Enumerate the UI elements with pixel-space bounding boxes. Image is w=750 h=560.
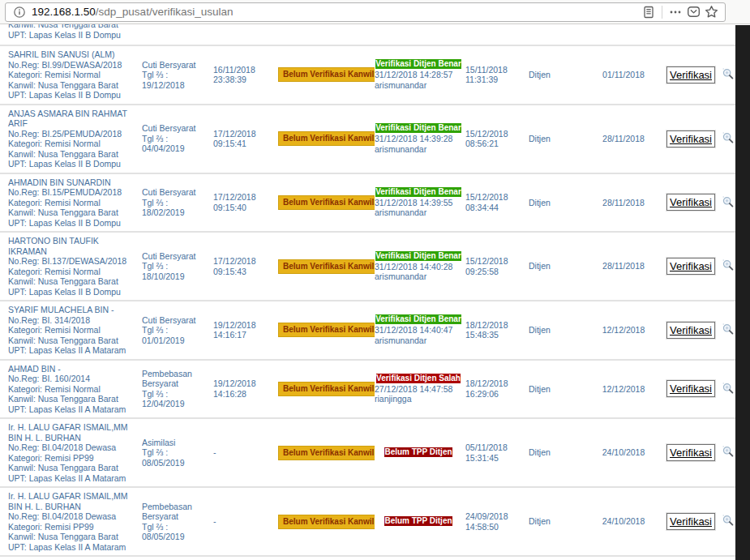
- inmate-noreg: No.Reg: BI.04/2018 Dewasa: [8, 511, 139, 522]
- inmate-kanwil: Kanwil: Nusa Tenggara Barat: [8, 532, 139, 542]
- verifikasi-button[interactable]: Verifikasi: [666, 130, 715, 147]
- tgl-dua-pertiga-date: 19/12/2018: [142, 80, 210, 91]
- tpp-date: 12/12/2018: [585, 360, 665, 419]
- tpp-date: 28/11/2018: [585, 173, 665, 233]
- level-label: Ditjen: [529, 105, 585, 173]
- preview-magnifier-icon[interactable]: [722, 514, 735, 529]
- site-info-icon[interactable]: [11, 3, 28, 21]
- tgl-dua-pertiga-date: 12/04/2019: [142, 399, 210, 409]
- inmate-noreg: No.Reg: BI.137/DEWASA/2018: [8, 256, 139, 267]
- preview-magnifier-icon[interactable]: [722, 67, 735, 83]
- tgl-dua-pertiga-date: 01/01/2019: [142, 336, 210, 346]
- inmate-name: AHMADIN BIN SUNARDIN: [8, 177, 139, 188]
- program-name: Asimilasi: [142, 438, 210, 448]
- inmate-name: Ir. H. LALU GAFAR ISMAIL,MM BIN H. L. BU…: [8, 491, 139, 511]
- inmate-kanwil: Kanwil: Nusa Tenggara Barat: [8, 276, 139, 287]
- inmate-name: ANJAS ASMARA BIN RAHMAT ARIF: [8, 109, 139, 129]
- program-name: Cuti Bersyarat: [142, 251, 210, 262]
- verifikasi-button[interactable]: Verifikasi: [666, 322, 715, 339]
- inmate-noreg: No.Reg: BI. 314/2018: [8, 315, 139, 326]
- table-row: HARTONO BIN TAUFIK IKRAMAN No.Reg: BI.13…: [0, 232, 735, 301]
- bookmark-star-icon[interactable]: [702, 3, 720, 21]
- ditjen-status-badge: Belum TPP Ditjen: [384, 516, 452, 526]
- preview-magnifier-icon[interactable]: [722, 259, 735, 274]
- inmate-upt: UPT: Lapas Kelas II B Dompu: [8, 30, 735, 41]
- tgl-dua-pertiga-date: 08/05/2019: [142, 458, 210, 468]
- kanwil-verify-time: 08:56:21: [465, 139, 525, 149]
- ditjen-verify-user: arismunandar: [375, 271, 462, 282]
- kanwil-verify-date: 15/11/2018: [465, 65, 525, 75]
- inmate-noreg: No.Reg: BI.15/PEMUDA/2018: [8, 187, 139, 198]
- ditjen-verify-user: arismunandar: [375, 336, 462, 346]
- preview-magnifier-icon[interactable]: [722, 131, 735, 147]
- tgl-dua-pertiga-date: 18/10/2019: [142, 271, 210, 282]
- kanwil-status-badge: Belum Verifikasi Kanwil: [278, 195, 375, 210]
- verifikasi-button[interactable]: Verifikasi: [666, 513, 715, 530]
- ditjen-verify-datetime: 31/12/2018 14:28:57: [375, 70, 462, 80]
- usulan-date: 16/11/2018: [213, 65, 275, 75]
- verifikasi-button[interactable]: Verifikasi: [666, 380, 715, 397]
- usulan-date: 19/12/2018: [213, 320, 275, 331]
- ditjen-verify-datetime: 31/12/2018 14:39:55: [375, 198, 462, 208]
- ditjen-verify-datetime: 31/12/2018 14:40:47: [375, 325, 462, 336]
- kanwil-verify-date: 15/12/2018: [465, 129, 525, 139]
- url-text[interactable]: 192.168.1.50/sdp_pusat/verifikasi_usulan: [32, 6, 640, 18]
- verifikasi-button[interactable]: Verifikasi: [666, 194, 715, 211]
- scrollbar[interactable]: [735, 25, 750, 560]
- kanwil-verify-date: 24/09/2018: [465, 511, 525, 522]
- preview-magnifier-icon[interactable]: [722, 382, 735, 397]
- inmate-name: HARTONO BIN TAUFIK IKRAMAN: [8, 236, 139, 256]
- preview-magnifier-icon[interactable]: [722, 195, 735, 211]
- tgl-dua-pertiga-label: Tgl ⅔ :: [142, 325, 210, 336]
- table-row: AHMAD BIN - No.Reg: BI. 160/2014 Kategor…: [0, 360, 735, 419]
- usulan-time: 09:15:43: [213, 267, 275, 277]
- tgl-dua-pertiga-date: 08/05/2019: [142, 532, 210, 542]
- url-bar[interactable]: 192.168.1.50/sdp_pusat/verifikasi_usulan: [5, 2, 726, 22]
- kanwil-verify-time: 09:25:58: [465, 267, 525, 277]
- tgl-dua-pertiga-label: Tgl ⅔ :: [142, 522, 210, 532]
- inmate-kanwil: Kanwil: Nusa Tenggara Barat: [8, 394, 139, 404]
- usulan-time: 23:38:39: [213, 75, 275, 85]
- kanwil-verify-date: 15/12/2018: [465, 256, 525, 267]
- tpp-date: 28/11/2018: [585, 232, 665, 301]
- usulan-date: 17/12/2018: [213, 256, 275, 267]
- ditjen-verify-user: arismunandar: [375, 207, 462, 218]
- verifikasi-button[interactable]: Verifikasi: [666, 258, 715, 275]
- preview-magnifier-icon[interactable]: [722, 323, 735, 338]
- kanwil-status-badge: Belum Verifikasi Kanwil: [278, 323, 375, 337]
- inmate-kategori: Kategori: Remisi Normal: [8, 70, 139, 80]
- inmate-noreg: No.Reg: BI.25/PEMUDA/2018: [8, 129, 139, 139]
- reader-mode-icon[interactable]: [640, 3, 658, 21]
- kanwil-status-badge: Belum Verifikasi Kanwil: [278, 515, 375, 529]
- ditjen-status-badge: Belum TPP Ditjen: [384, 447, 452, 457]
- inmate-kategori: Kategori: Remisi Normal: [8, 267, 139, 277]
- tpp-date: 01/11/2018: [585, 46, 665, 105]
- inmate-kanwil: Kanwil: Nusa Tenggara Barat: [8, 207, 139, 218]
- verifikasi-button[interactable]: Verifikasi: [666, 66, 715, 83]
- pocket-icon[interactable]: [684, 3, 702, 21]
- kanwil-status-badge: Belum Verifikasi Kanwil: [278, 382, 375, 396]
- inmate-upt: UPT: Lapas Kelas II A Mataram: [8, 542, 139, 553]
- inmate-upt: UPT: Lapas Kelas II A Mataram: [8, 404, 139, 415]
- inmate-upt: UPT: Lapas Kelas II B Dompu: [8, 287, 139, 297]
- kanwil-verify-time: 11:31:39: [465, 75, 525, 85]
- ditjen-status-badge: Verifikasi Ditjen Benar: [375, 59, 461, 69]
- inmate-kategori: Kategori: Remisi PP99: [8, 522, 139, 532]
- verifikasi-button[interactable]: Verifikasi: [666, 444, 715, 461]
- page-actions-icon[interactable]: [666, 3, 684, 21]
- kanwil-verify-date: 05/11/2018: [465, 442, 525, 453]
- kanwil-status-badge: Belum Verifikasi Kanwil: [278, 131, 375, 146]
- kanwil-verify-time: 08:34:44: [465, 203, 525, 213]
- ditjen-verify-datetime: 27/12/2018 14:47:58: [375, 384, 462, 395]
- level-label: Ditjen: [529, 301, 585, 360]
- ditjen-status-badge: Verifikasi Ditjen Salah: [376, 374, 461, 383]
- preview-magnifier-icon[interactable]: [722, 445, 735, 460]
- tgl-dua-pertiga-label: Tgl ⅔ :: [142, 389, 210, 400]
- level-label: Ditjen: [529, 46, 585, 105]
- kanwil-verify-time: 16:29:06: [465, 389, 525, 400]
- level-label: Ditjen: [529, 360, 585, 419]
- usulan-time: 14:16:17: [213, 330, 275, 340]
- tpp-date: 24/10/2018: [585, 487, 665, 556]
- ditjen-status-badge: Verifikasi Ditjen Benar: [375, 251, 461, 261]
- inmate-noreg: No.Reg: BI.99/DEWASA/2018: [8, 60, 139, 71]
